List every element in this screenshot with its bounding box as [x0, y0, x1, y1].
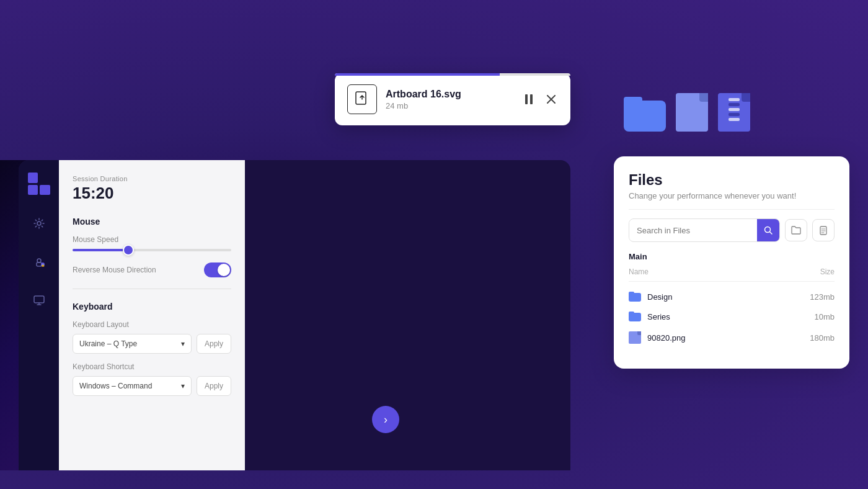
file-icons-row [624, 93, 750, 132]
folder-body-design [629, 293, 641, 302]
toggle-knob [218, 264, 230, 276]
file-size-image: 180mb [810, 333, 835, 343]
upload-file-icon [347, 84, 377, 114]
slider-fill [73, 249, 128, 251]
files-divider [629, 209, 835, 210]
logo-bl [28, 185, 38, 195]
file-name-series: Series [629, 312, 670, 321]
keyboard-shortcut-apply[interactable]: Apply [197, 376, 231, 396]
svg-rect-1 [525, 94, 528, 104]
zip-icon [718, 93, 750, 132]
zip-stripe-4 [728, 113, 740, 116]
search-box [629, 218, 780, 242]
svg-line-18 [770, 232, 773, 235]
keyboard-layout-label: Keyboard Layout [73, 320, 231, 329]
slider-thumb [123, 244, 134, 256]
file-row-image[interactable]: 90820.png 180mb [629, 326, 835, 349]
keyboard-layout-dropdown[interactable]: Ukraine – Q Type ▾ [73, 334, 192, 354]
keyboard-shortcut-row: Windows – Command ▾ Apply [73, 376, 231, 396]
next-icon: › [384, 413, 388, 426]
upload-progress-bar [335, 73, 500, 76]
logo-tr [40, 173, 50, 183]
file-row-series[interactable]: Series 10mb [629, 307, 835, 326]
file-label-series: Series [647, 312, 670, 321]
folder-body-1 [624, 101, 666, 132]
upload-filename: Artboard 16.svg [386, 89, 513, 100]
keyboard-layout-row: Ukraine – Q Type ▾ Apply [73, 334, 231, 354]
session-label: Session Duration [73, 175, 231, 182]
svg-point-11 [37, 222, 41, 225]
search-input[interactable] [629, 221, 757, 240]
reverse-mouse-toggle[interactable] [204, 262, 231, 277]
file-size-design: 123mb [810, 292, 835, 302]
file-label-design: Design [647, 292, 672, 302]
col-name-header: Name [629, 267, 649, 276]
folder-button[interactable] [785, 219, 807, 241]
svg-rect-16 [34, 296, 44, 303]
keyboard-layout-apply[interactable]: Apply [197, 334, 231, 354]
image-file-icon [629, 331, 641, 344]
folder-icon-series [629, 312, 641, 321]
mouse-speed-row: Mouse Speed [73, 235, 231, 251]
keyboard-section: Keyboard Keyboard Layout Ukraine – Q Typ… [73, 302, 231, 396]
zip-stripe-2 [728, 103, 740, 106]
col-size-header: Size [820, 267, 835, 276]
upload-progress-track [335, 73, 570, 76]
file-label-image: 90820.png [647, 333, 685, 343]
mouse-speed-label: Mouse Speed [73, 235, 231, 244]
folder-body-series [629, 313, 641, 321]
upload-info: Artboard 16.svg 24 mb [386, 89, 513, 110]
folder-icon-design [629, 292, 641, 302]
files-table-header: Name Size [629, 267, 835, 282]
close-upload-button[interactable] [544, 92, 558, 106]
zip-stripe-1 [728, 98, 740, 101]
files-title: Files [629, 171, 835, 189]
keyboard-section-title: Keyboard [73, 302, 231, 312]
svg-rect-2 [530, 94, 533, 104]
file-button[interactable] [812, 219, 835, 241]
zip-stripe-5 [728, 118, 740, 121]
folder-icon-1 [624, 97, 666, 132]
keyboard-shortcut-dropdown[interactable]: Windows – Command ▾ [73, 376, 192, 396]
sidebar: 🔒 [19, 160, 59, 470]
upload-card: Artboard 16.svg 24 mb [335, 73, 570, 125]
reverse-mouse-row: Reverse Mouse Direction [73, 262, 231, 277]
search-button[interactable] [757, 219, 779, 241]
svg-text:🔒: 🔒 [41, 263, 45, 267]
files-subtitle: Change your performance whenever you wan… [629, 191, 835, 200]
dropdown-arrow-2: ▾ [181, 382, 185, 390]
session-time: 15:20 [73, 184, 231, 203]
mouse-section-title: Mouse [73, 217, 231, 227]
pause-button[interactable] [522, 92, 536, 107]
app-window: 🔒 Session Duration 15:20 Mouse Mouse Spe… [19, 160, 570, 470]
svg-rect-0 [356, 92, 366, 104]
sidebar-item-monitor[interactable] [29, 290, 49, 310]
files-section-title: Main [629, 252, 835, 261]
files-panel: Files Change your performance whenever y… [614, 156, 849, 369]
keyboard-shortcut-value: Windows – Command [79, 382, 152, 390]
divider-1 [73, 289, 231, 289]
sidebar-item-security[interactable]: 🔒 [29, 252, 49, 272]
upload-size: 24 mb [386, 101, 513, 110]
dropdown-arrow-1: ▾ [181, 339, 185, 348]
sidebar-item-settings[interactable] [29, 213, 49, 233]
search-row [629, 218, 835, 242]
svg-point-12 [37, 259, 41, 262]
upload-controls [522, 92, 558, 107]
file-row-design[interactable]: Design 123mb [629, 287, 835, 307]
logo-br [40, 185, 50, 195]
zip-stripe-3 [728, 108, 740, 111]
logo-tl [28, 173, 38, 183]
mouse-speed-slider[interactable] [73, 249, 231, 251]
file-size-series: 10mb [814, 312, 835, 321]
reverse-mouse-label: Reverse Mouse Direction [73, 266, 156, 274]
document-icon [676, 93, 708, 132]
settings-panel: Session Duration 15:20 Mouse Mouse Speed… [59, 160, 245, 470]
file-name-image: 90820.png [629, 331, 685, 344]
sidebar-logo [28, 173, 50, 195]
next-button[interactable]: › [372, 406, 399, 433]
keyboard-layout-value: Ukraine – Q Type [79, 339, 137, 348]
keyboard-shortcut-label: Keyboard Shortcut [73, 362, 231, 371]
file-name-design: Design [629, 292, 672, 302]
